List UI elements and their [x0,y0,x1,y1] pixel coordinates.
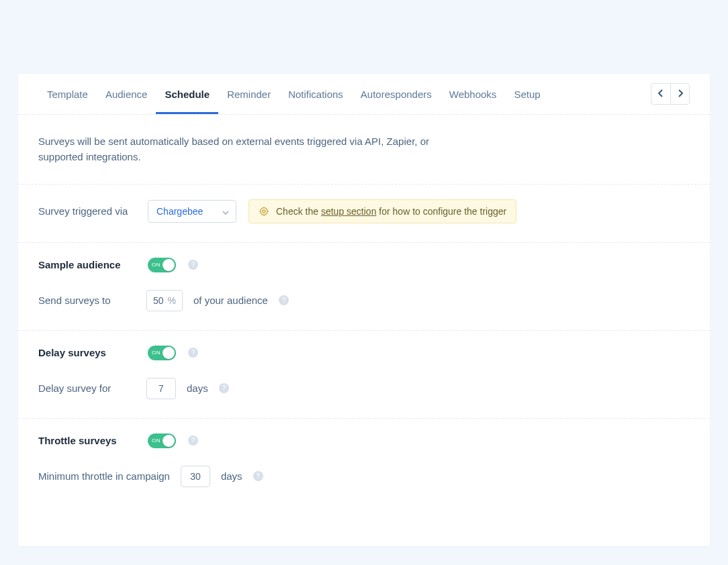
toggle-on-label: ON [152,438,161,444]
throttle-title: Throttle surveys [38,435,136,446]
delay-days-input[interactable]: 7 [146,378,176,399]
sample-title: Sample audience [38,259,136,270]
sample-audience-section: Sample audience ON ? Send surveys to 50 … [18,243,710,331]
sample-percent-input[interactable]: 50 % [146,290,183,311]
callout-suffix: for how to configure the trigger [379,206,506,217]
tab-autoresponders[interactable]: Autoresponders [352,74,441,114]
delay-days-value: 7 [158,383,164,394]
delay-after-text: days [187,382,208,394]
tab-template[interactable]: Template [38,74,97,114]
next-tab-button[interactable] [670,84,689,104]
throttle-surveys-section: Throttle surveys ON ? Minimum throttle i… [18,419,710,506]
chevron-right-icon [678,88,683,100]
sample-percent-value: 50 [153,295,164,306]
help-icon[interactable]: ? [188,348,198,358]
percent-unit: % [168,295,176,306]
svg-point-0 [261,207,268,215]
settings-card: Template Audience Schedule Reminder Noti… [18,74,710,546]
tab-reminder[interactable]: Reminder [218,74,279,114]
callout-prefix: Check the [276,206,318,217]
callout-text: Check the setup section for how to confi… [276,206,506,217]
intro-text: Surveys will be sent automatically based… [38,134,468,165]
setup-callout: Check the setup section for how to confi… [248,199,516,223]
delay-toggle[interactable]: ON [148,346,176,360]
throttle-days-input[interactable]: 30 [181,466,210,487]
trigger-select-value: Chargebee [156,206,203,217]
help-icon[interactable]: ? [279,295,289,305]
throttle-toggle[interactable]: ON [148,433,176,448]
toggle-on-label: ON [152,262,161,268]
tab-webhooks[interactable]: Webhooks [441,74,506,114]
sample-after-text: of your audience [193,295,268,306]
chevron-down-icon [222,206,229,217]
help-icon[interactable]: ? [219,383,229,393]
help-icon[interactable]: ? [188,435,198,446]
prev-tab-button[interactable] [651,84,670,104]
trigger-section: Survey triggered via Chargebee Check the… [18,185,710,243]
delay-surveys-section: Delay surveys ON ? Delay survey for 7 da… [18,331,710,419]
chevron-left-icon [658,88,664,100]
tab-audience[interactable]: Audience [97,74,156,114]
setup-section-link[interactable]: setup section [321,206,377,217]
tab-notifications[interactable]: Notifications [279,74,352,114]
toggle-on-label: ON [152,350,161,356]
send-surveys-label: Send surveys to [38,295,136,306]
help-icon[interactable]: ? [188,260,198,270]
trigger-select[interactable]: Chargebee [148,200,236,223]
trigger-label: Survey triggered via [38,205,136,217]
tab-bar: Template Audience Schedule Reminder Noti… [18,74,710,115]
delay-title: Delay surveys [38,347,136,358]
intro-section: Surveys will be sent automatically based… [18,115,710,185]
sample-toggle[interactable]: ON [148,258,176,272]
help-icon[interactable]: ? [253,471,263,481]
tab-schedule[interactable]: Schedule [156,74,218,114]
tab-setup[interactable]: Setup [505,74,549,114]
svg-point-1 [263,210,265,213]
tab-nav-arrows [651,83,690,105]
throttle-after-text: days [221,470,242,482]
throttle-row-label: Minimum throttle in campaign [38,470,170,482]
target-icon [259,206,269,217]
throttle-days-value: 30 [190,471,201,482]
delay-row-label: Delay survey for [38,382,136,394]
